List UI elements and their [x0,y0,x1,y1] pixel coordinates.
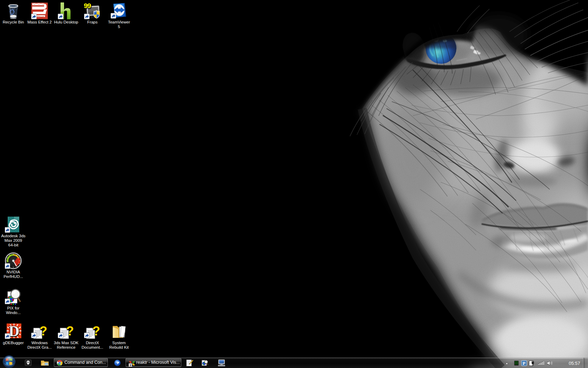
svg-text:05:57: 05:57 [569,361,580,366]
svg-text:?: ? [92,324,100,338]
svg-text:9: 9 [130,363,131,367]
svg-text:D: D [9,323,19,339]
svg-text:?: ? [40,324,47,338]
svg-text:?: ? [66,324,74,338]
svg-text:P: P [523,361,525,366]
svg-text:99: 99 [84,2,91,10]
